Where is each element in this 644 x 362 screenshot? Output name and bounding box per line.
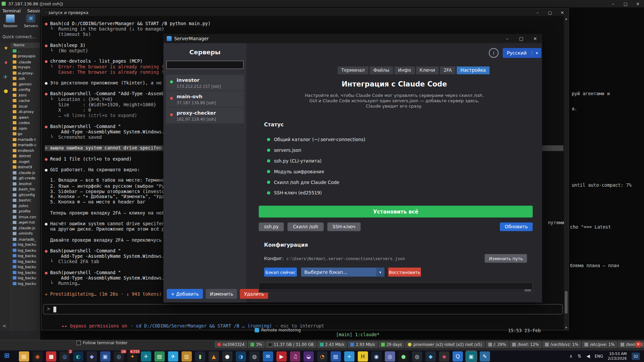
ide-dark[interactable]: ◆ [87, 351, 97, 362]
file-tree-item[interactable]: .claude.js [11, 225, 40, 231]
close-button[interactable]: ✕ [632, 1, 644, 6]
mobaxterm[interactable]: ▣ [466, 351, 477, 362]
server-list-item[interactable]: main-ovh 37.187.136.86 [ssh] [166, 91, 244, 108]
tray-segment[interactable]: 29 days [379, 342, 405, 348]
spotify[interactable]: ● [398, 351, 409, 362]
file-tree-item[interactable]: log_backu [11, 275, 40, 281]
tray-segment[interactable]: 2.43 Mb/s [317, 342, 347, 348]
messenger-teal[interactable]: ✈ [141, 351, 151, 362]
file-tree-item[interactable]: .wget-hst [11, 220, 40, 226]
file-tree-item[interactable]: log_backu [11, 269, 40, 275]
add-server-button[interactable]: + Добавить [167, 289, 203, 299]
discord[interactable]: ◎ [385, 351, 395, 362]
edge[interactable]: ◐ [73, 351, 84, 362]
file-tree-item[interactable]: .qwen [11, 115, 40, 120]
security-app[interactable]: ■ [46, 351, 56, 362]
file-tree-item[interactable]: .claude.js [11, 170, 40, 176]
install-all-button[interactable]: Установить всё [259, 205, 533, 218]
tab-files[interactable]: Файлы [370, 66, 393, 74]
tray-chevron-icon[interactable]: ∧ [569, 353, 573, 359]
file-tree-item[interactable]: .config [11, 87, 40, 93]
docs[interactable]: ▤ [331, 351, 341, 362]
file-tree-item[interactable]: .bashrc [11, 198, 40, 203]
tab-keys[interactable]: Ключи [416, 66, 439, 74]
macro-icon[interactable]: ● [4, 88, 8, 94]
github-desktop[interactable]: ● [222, 351, 232, 362]
remote-monitoring-toggle[interactable]: Remote monitoring [255, 328, 301, 332]
sm-minimize-button[interactable]: – [500, 36, 514, 41]
tab-2fa[interactable]: 2FA [440, 66, 455, 74]
file-tree-item[interactable]: mariadb-c [11, 142, 40, 148]
component-button[interactable]: Скилл /ssh [288, 223, 324, 231]
file-tree-item[interactable]: log_backu [11, 281, 40, 287]
terminal-maximize-button[interactable]: ▢ [544, 10, 556, 14]
scroll-up-icon[interactable]: ▲ [564, 16, 568, 21]
terminal-prompt-input[interactable]: > [43, 304, 563, 314]
brave[interactable]: ◉ [33, 351, 43, 362]
file-tree-item[interactable]: proxyapis [11, 54, 40, 59]
scrollbar-thumb[interactable] [565, 291, 568, 313]
cloud-sync[interactable]: + [344, 351, 355, 362]
camera[interactable]: ◍ [249, 351, 260, 362]
tray-segment[interactable]: proxmoxer (x2) robot (x2) root (x5) [406, 342, 484, 348]
follow-terminal-folder-toggle[interactable]: Follow terminal folder [76, 341, 127, 345]
refresh-button[interactable]: Обновить [500, 223, 533, 231]
sm-close-button[interactable]: ✕ [528, 36, 542, 41]
firefox[interactable]: ◔ [317, 351, 327, 362]
restore-button[interactable]: Восстановить [388, 267, 421, 277]
language-indicator[interactable]: ENG [595, 354, 603, 358]
telegram[interactable]: ✈ [168, 351, 178, 362]
server-list-item[interactable]: proxy-checker 161.97.118.40 [ssh] [166, 108, 244, 124]
backup-now-button[interactable]: Бэкап сейчас [264, 267, 297, 277]
file-tree-item[interactable]: go [11, 131, 40, 137]
component-button[interactable]: ssh.py [259, 223, 284, 231]
file-tree-item[interactable]: .mariadb_ [11, 236, 40, 242]
file-tree-item[interactable]: log_backu [11, 258, 40, 264]
notification-count-badge[interactable]: 32 [632, 353, 640, 360]
file-tree-item[interactable]: .tmux.con [11, 214, 40, 220]
tray-segment[interactable]: /: 29% [486, 342, 508, 348]
session-button[interactable]: Session [3, 14, 17, 28]
hs-app[interactable]: H [358, 351, 368, 362]
file-tree-item[interactable]: .gemini [11, 81, 40, 87]
menu-item[interactable]: Terminal [2, 8, 20, 13]
edit-server-button[interactable]: Изменить [206, 289, 237, 299]
folder-shortcut[interactable]: ▥ [181, 351, 192, 362]
taskbar-clock[interactable]: 10:53 AM 2/23/2026 [603, 352, 627, 360]
obs[interactable]: ◍ [412, 351, 422, 362]
file-tree-item[interactable]: .zshrc [11, 203, 40, 209]
vlc[interactable]: ▲ [209, 351, 219, 362]
language-select[interactable]: Русский ▾ [503, 48, 541, 58]
output-scrollbar[interactable] [260, 289, 532, 292]
file-tree-item[interactable]: .profile [11, 209, 40, 215]
terminal-close-button[interactable]: ✕ [556, 10, 569, 14]
file-tree-item[interactable]: .. [11, 48, 40, 54]
backup-select[interactable]: Выберите бэкап... ▾ [301, 267, 385, 277]
file-tree-item[interactable]: .ssh [11, 76, 40, 81]
counter-app[interactable]: ✦ 4,715 [127, 351, 138, 362]
favorites-star-icon[interactable]: ★ [4, 45, 8, 51]
file-tree-item[interactable]: log_backu [11, 247, 40, 253]
file-tree-item[interactable]: dotnet9 [11, 164, 40, 170]
collapse-arrow-icon[interactable]: < [2, 323, 6, 329]
volume-icon[interactable]: ◀ [587, 353, 590, 359]
file-tree-item[interactable]: .codex [11, 120, 40, 126]
tray-segment[interactable]: /var/lib/vz: 1% [543, 342, 581, 348]
file-explorer[interactable]: ▤ [19, 351, 29, 362]
output-scrollbar-thumb[interactable] [525, 289, 531, 291]
file-tree-item[interactable]: endlessh [11, 148, 40, 154]
start-button[interactable]: ⊞ [4, 351, 9, 359]
tab-settings[interactable]: Настройка [457, 66, 490, 74]
jetbrains[interactable]: ◈ [439, 351, 449, 362]
servers-button[interactable]: ✖ Servers [24, 14, 38, 28]
chrome[interactable]: ◎ 2 [60, 351, 70, 362]
terminal-app[interactable]: ▮ [195, 351, 206, 362]
notes[interactable]: ▤ [154, 351, 165, 362]
tray-segment[interactable]: 2.93 Mb/s [348, 342, 378, 348]
send-icon[interactable]: ✈ [3, 74, 8, 80]
file-tree-item[interactable]: .claude [11, 59, 40, 65]
file-tree-item[interactable]: log_backu [11, 242, 40, 248]
terminal-scrollbar[interactable]: ▲ ▼ [564, 16, 568, 330]
change-path-button[interactable]: Изменить путь [485, 254, 527, 263]
mail[interactable]: ✉ [263, 351, 273, 362]
